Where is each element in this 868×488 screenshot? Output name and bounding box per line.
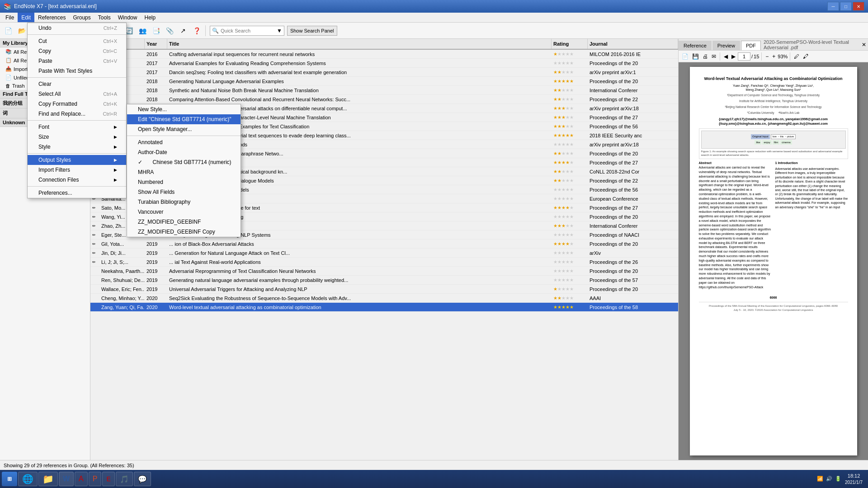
menu-style[interactable]: Style [28, 142, 126, 152]
sep1 [28, 34, 126, 35]
output-turabian[interactable]: Turabian Bibliography [127, 197, 241, 207]
menu-size[interactable]: Size [28, 132, 126, 142]
menu-clear[interactable]: Clear [28, 79, 126, 89]
output-zz-modified-copy[interactable]: ZZ_MODIFIED_GEEBINF Copy [127, 227, 241, 237]
output-numbered[interactable]: Numbered [127, 177, 241, 187]
menu-output-styles[interactable]: Output Styles [28, 155, 126, 165]
output-vancouver[interactable]: Vancouver [127, 207, 241, 217]
output-styles-submenu: New Style... Edit "Chinese Std GBT7714 (… [127, 104, 241, 237]
menu-find-replace[interactable]: Find and Replace...Ctrl+R [28, 109, 126, 119]
output-open-manager[interactable]: Open Style Manager... [127, 124, 241, 134]
menu-paste-text-styles[interactable]: Paste With Text Styles [28, 66, 126, 76]
sep5 [28, 186, 126, 187]
sep2 [28, 77, 126, 78]
output-show-all[interactable]: Show All Fields [127, 187, 241, 197]
output-annotated[interactable]: Annotated [127, 137, 241, 147]
sep4 [28, 153, 126, 154]
output-new-style[interactable]: New Style... [127, 104, 241, 114]
sep3 [28, 120, 126, 121]
menu-import-filters[interactable]: Import Filters [28, 165, 126, 175]
edit-menu: UndoCtrl+Z CutCtrl+X CopyCtrl+C PasteCtr… [27, 23, 127, 198]
output-chinese-std[interactable]: ✓Chinese Std GBT7714 (numeric) [127, 157, 241, 167]
menu-font[interactable]: Font [28, 122, 126, 132]
menu-preferences[interactable]: Preferences... [28, 188, 126, 198]
menu-cut[interactable]: CutCtrl+X [28, 36, 126, 46]
output-mhra[interactable]: MHRA [127, 167, 241, 177]
menu-paste[interactable]: PasteCtrl+V [28, 56, 126, 66]
menu-copy-formatted[interactable]: Copy FormattedCtrl+K [28, 99, 126, 109]
menu-undo[interactable]: UndoCtrl+Z [28, 23, 126, 33]
output-edit-style[interactable]: Edit "Chinese Std GBT7714 (numeric)" [127, 114, 241, 124]
output-author-date[interactable]: Author-Date [127, 147, 241, 157]
output-sep1 [127, 136, 241, 136]
menu-select-all[interactable]: Select AllCtrl+A [28, 89, 126, 99]
output-zz-modified[interactable]: ZZ_MODIFIED_GEEBINF [127, 217, 241, 227]
menu-connection-files[interactable]: Connection Files [28, 175, 126, 185]
menu-copy[interactable]: CopyCtrl+C [28, 46, 126, 56]
